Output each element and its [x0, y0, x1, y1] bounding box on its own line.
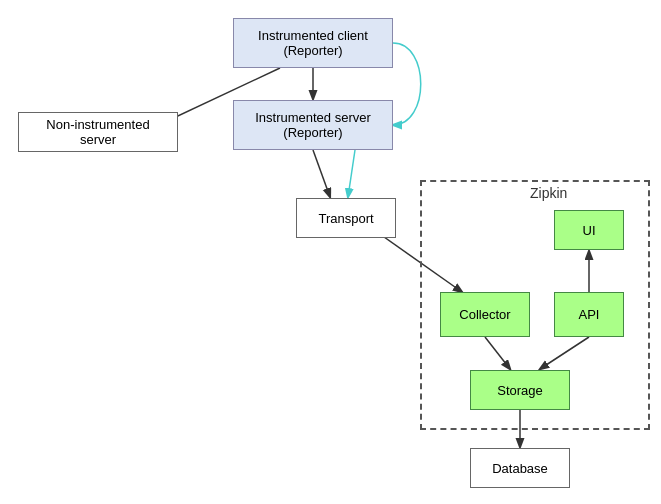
zipkin-label: Zipkin [530, 185, 567, 201]
database-label: Database [492, 461, 548, 476]
transport-node: Transport [296, 198, 396, 238]
non-instrumented-label: Non-instrumented server [27, 117, 169, 147]
api-node: API [554, 292, 624, 337]
non-instrumented-server-node: Non-instrumented server [18, 112, 178, 152]
instrumented-client-label: Instrumented client (Reporter) [258, 28, 368, 58]
collector-node: Collector [440, 292, 530, 337]
svg-line-2 [313, 150, 330, 197]
instrumented-client-node: Instrumented client (Reporter) [233, 18, 393, 68]
collector-label: Collector [459, 307, 510, 322]
database-node: Database [470, 448, 570, 488]
ui-label: UI [583, 223, 596, 238]
ui-node: UI [554, 210, 624, 250]
transport-label: Transport [318, 211, 373, 226]
storage-label: Storage [497, 383, 543, 398]
instrumented-server-node: Instrumented server (Reporter) [233, 100, 393, 150]
api-label: API [579, 307, 600, 322]
diagram-container: Zipkin Instrumented client (Reporter) No… [0, 0, 661, 504]
storage-node: Storage [470, 370, 570, 410]
instrumented-server-label: Instrumented server (Reporter) [255, 110, 371, 140]
svg-line-3 [348, 150, 355, 197]
